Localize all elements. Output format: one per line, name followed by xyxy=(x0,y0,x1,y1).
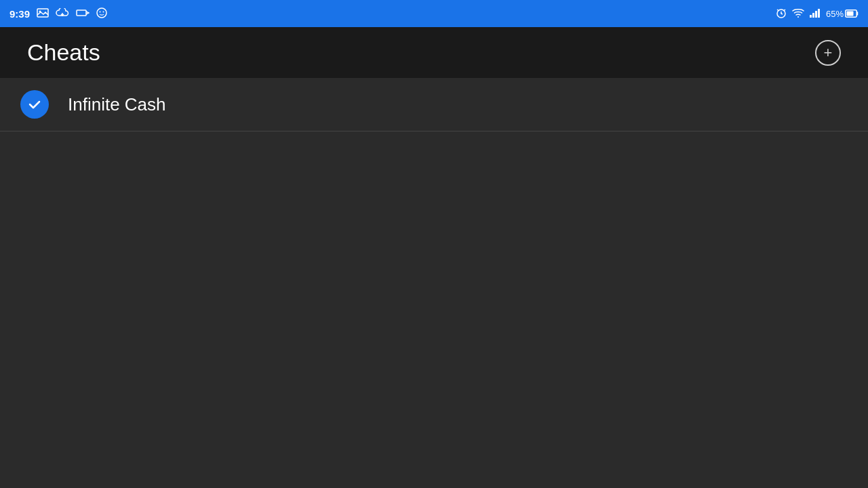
svg-rect-13 xyxy=(847,12,854,16)
cloud-sync-icon xyxy=(56,8,69,20)
wifi-icon xyxy=(792,8,804,20)
svg-point-5 xyxy=(103,11,104,12)
cheat-enabled-icon[interactable] xyxy=(20,90,49,119)
cheat-label: Infinite Cash xyxy=(68,94,166,115)
signal-icon xyxy=(810,8,821,20)
face-icon xyxy=(96,7,107,20)
app-bar: Cheats + xyxy=(0,27,868,78)
svg-point-3 xyxy=(97,8,106,18)
alarm-icon xyxy=(776,7,787,20)
svg-point-7 xyxy=(797,16,799,18)
label-icon xyxy=(76,8,90,20)
svg-rect-9 xyxy=(812,13,814,18)
svg-rect-8 xyxy=(810,15,812,18)
battery-percentage: 65% xyxy=(826,9,859,19)
status-bar-left: 9:39 xyxy=(9,7,107,20)
svg-point-4 xyxy=(100,11,101,12)
page-title: Cheats xyxy=(27,39,100,66)
status-bar: 9:39 xyxy=(0,0,868,27)
list-divider xyxy=(0,131,868,131)
status-time: 9:39 xyxy=(9,8,30,20)
svg-rect-10 xyxy=(815,11,817,18)
svg-rect-2 xyxy=(77,10,86,16)
status-bar-right: 65% xyxy=(776,7,859,20)
add-cheat-button[interactable]: + xyxy=(815,40,841,66)
list-item[interactable]: Infinite Cash xyxy=(0,78,868,131)
image-icon xyxy=(37,8,49,20)
cheats-list: Infinite Cash xyxy=(0,78,868,131)
svg-rect-11 xyxy=(818,9,820,18)
